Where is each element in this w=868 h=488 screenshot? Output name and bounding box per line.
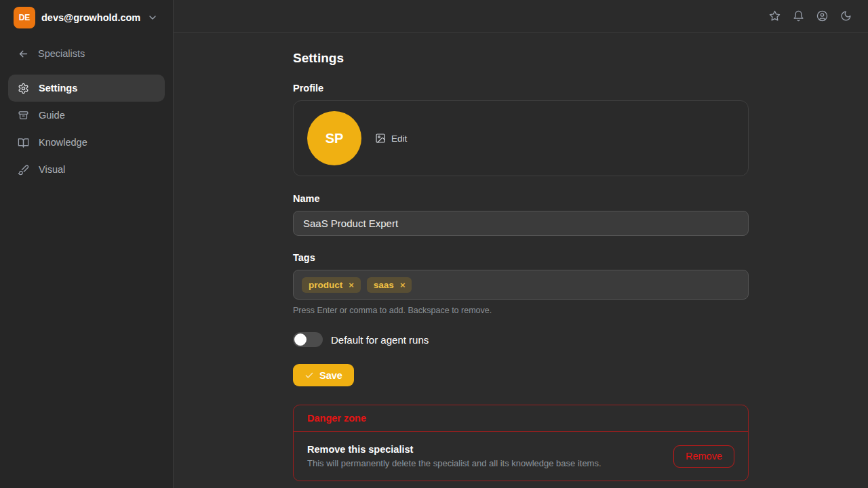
topbar bbox=[174, 0, 868, 33]
remove-specialist-title: Remove this specialist bbox=[307, 444, 601, 455]
save-button-label: Save bbox=[319, 370, 342, 381]
back-to-specialists-link[interactable]: Specialists bbox=[0, 41, 173, 66]
bell-icon[interactable] bbox=[791, 9, 806, 23]
sidebar-item-label: Guide bbox=[39, 110, 65, 121]
check-icon bbox=[304, 371, 314, 380]
danger-zone-card: Danger zone Remove this specialist This … bbox=[293, 405, 749, 481]
sidebar-item-visual[interactable]: Visual bbox=[8, 156, 165, 183]
remove-button[interactable]: Remove bbox=[673, 445, 734, 468]
danger-zone-title: Danger zone bbox=[294, 405, 748, 432]
edit-button-label: Edit bbox=[391, 134, 407, 144]
settings-page: Settings Profile SP Edit Name Tags produ… bbox=[174, 33, 868, 488]
profile-card: SP Edit bbox=[293, 100, 749, 176]
specialist-avatar: SP bbox=[307, 111, 361, 165]
sidebar-item-label: Knowledge bbox=[39, 137, 87, 148]
star-icon[interactable] bbox=[768, 9, 782, 23]
account-switcher[interactable]: DE devs@growhold.com bbox=[0, 0, 173, 35]
sidebar-nav: Settings Guide Knowledge Visual bbox=[8, 75, 165, 183]
remove-tag-icon[interactable]: × bbox=[400, 281, 406, 289]
profile-label: Profile bbox=[293, 83, 749, 94]
toggle-knob bbox=[294, 333, 307, 346]
remove-specialist-description: This will permanently delete the special… bbox=[307, 458, 601, 468]
page-title: Settings bbox=[293, 51, 749, 66]
tag-label: product bbox=[309, 280, 342, 290]
image-icon bbox=[375, 133, 386, 144]
sidebar-item-label: Settings bbox=[39, 83, 77, 94]
tags-input[interactable]: product × saas × bbox=[293, 270, 749, 300]
account-email: devs@growhold.com bbox=[41, 12, 140, 23]
danger-zone-text: Remove this specialist This will permane… bbox=[307, 444, 601, 468]
default-for-agent-runs-toggle[interactable] bbox=[293, 332, 323, 347]
tag-label: saas bbox=[374, 280, 394, 290]
gear-icon bbox=[18, 83, 29, 94]
sidebar: DE devs@growhold.com Specialists Setting… bbox=[0, 0, 174, 488]
back-link-label: Specialists bbox=[38, 48, 85, 59]
tag-pill-product: product × bbox=[302, 277, 361, 293]
edit-avatar-button[interactable]: Edit bbox=[375, 133, 407, 144]
danger-zone-body: Remove this specialist This will permane… bbox=[294, 432, 748, 481]
user-circle-icon[interactable] bbox=[815, 9, 829, 23]
sidebar-item-settings[interactable]: Settings bbox=[8, 75, 165, 102]
sidebar-item-knowledge[interactable]: Knowledge bbox=[8, 129, 165, 156]
name-label: Name bbox=[293, 193, 749, 204]
name-input[interactable] bbox=[293, 211, 749, 236]
brush-icon bbox=[18, 164, 29, 176]
moon-icon[interactable] bbox=[839, 9, 853, 23]
remove-tag-icon[interactable]: × bbox=[349, 281, 354, 289]
default-toggle-row: Default for agent runs bbox=[293, 332, 749, 347]
sidebar-item-guide[interactable]: Guide bbox=[8, 102, 165, 129]
main-area: Settings Profile SP Edit Name Tags produ… bbox=[174, 0, 868, 488]
chevron-down-icon bbox=[147, 12, 158, 23]
arrow-left-icon bbox=[18, 48, 29, 60]
sidebar-item-label: Visual bbox=[39, 164, 65, 175]
save-button[interactable]: Save bbox=[293, 364, 354, 386]
tag-pill-saas: saas × bbox=[367, 277, 412, 293]
tags-label: Tags bbox=[293, 252, 749, 263]
book-open-icon bbox=[18, 137, 29, 148]
account-avatar: DE bbox=[14, 7, 35, 28]
archive-icon bbox=[18, 110, 29, 121]
toggle-label: Default for agent runs bbox=[331, 334, 429, 346]
tags-helper-text: Press Enter or comma to add. Backspace t… bbox=[293, 306, 749, 315]
